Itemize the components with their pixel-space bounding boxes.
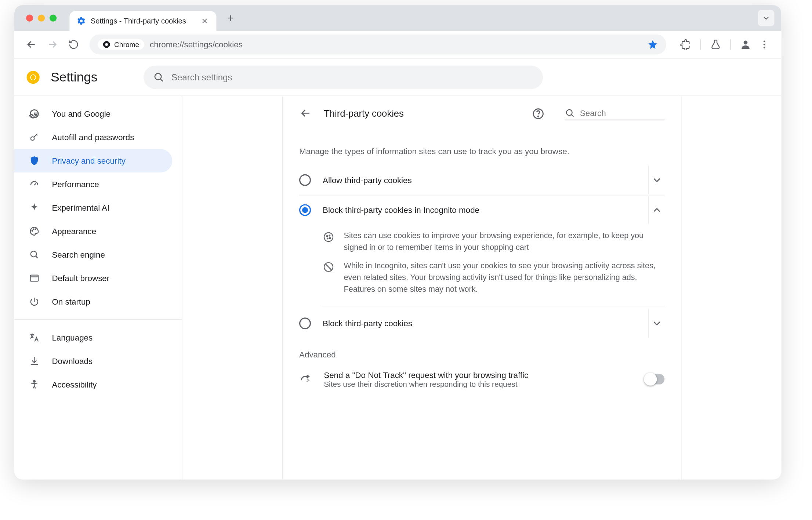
collapse-button[interactable]	[648, 196, 664, 224]
radio-button[interactable]	[299, 318, 311, 330]
page-title: Third-party cookies	[324, 109, 521, 119]
cookie-icon	[323, 231, 334, 243]
site-chip[interactable]: Chrome	[98, 39, 144, 50]
setting-texts: Send a "Do Not Track" request with your …	[324, 370, 633, 389]
arrow-redirect-icon	[299, 373, 312, 386]
detail-text: Sites can use cookies to improve your br…	[344, 230, 665, 254]
svg-point-21	[324, 233, 333, 241]
sparkle-icon	[28, 202, 40, 214]
reload-button[interactable]	[65, 36, 83, 53]
speedometer-icon	[28, 178, 40, 190]
svg-point-17	[33, 381, 35, 382]
option-detail-panel: Sites can use cookies to improve your br…	[323, 230, 664, 306]
bookmark-star-icon[interactable]	[648, 39, 658, 50]
extensions-button[interactable]	[677, 36, 695, 53]
expand-button[interactable]	[648, 166, 664, 194]
labs-button[interactable]	[707, 36, 724, 53]
do-not-track-row[interactable]: Send a "Do Not Track" request with your …	[299, 363, 664, 396]
option-block-incognito[interactable]: Block third-party cookies in Incognito m…	[299, 195, 664, 224]
svg-point-15	[31, 251, 37, 257]
search-icon	[153, 71, 164, 83]
radio-button[interactable]	[299, 204, 311, 216]
card-header: Third-party cookies	[299, 96, 664, 131]
sidebar-item-privacy-security[interactable]: Privacy and security	[14, 149, 172, 172]
svg-point-13	[33, 229, 34, 229]
svg-point-1	[105, 43, 108, 46]
settings-sidebar: You and Google Autofill and passwords Pr…	[14, 96, 182, 480]
svg-point-24	[327, 238, 328, 239]
divider	[730, 39, 731, 50]
do-not-track-toggle[interactable]	[645, 374, 664, 385]
search-icon	[565, 108, 575, 118]
sidebar-item-label: Privacy and security	[52, 156, 125, 166]
svg-point-4	[764, 44, 765, 46]
sidebar-item-label: You and Google	[52, 109, 110, 119]
option-label: Block third-party cookies in Incognito m…	[323, 205, 630, 215]
sidebar-item-label: On startup	[52, 297, 90, 306]
translate-icon	[28, 332, 40, 343]
svg-point-3	[764, 40, 765, 42]
new-tab-button[interactable]	[222, 10, 239, 26]
setting-title: Send a "Do Not Track" request with your …	[324, 370, 633, 380]
detail-item: While in Incognito, sites can't use your…	[323, 260, 664, 295]
radio-button[interactable]	[299, 174, 311, 186]
shield-icon	[28, 155, 40, 167]
help-button[interactable]	[532, 107, 545, 120]
divider	[700, 39, 701, 50]
maximize-window-button[interactable]	[50, 15, 57, 22]
key-icon	[28, 131, 40, 143]
back-button[interactable]	[22, 36, 40, 53]
menu-button[interactable]	[755, 36, 773, 53]
settings-main: Third-party cookies Manage the types of …	[182, 96, 782, 480]
divider	[14, 319, 182, 320]
sidebar-item-default-browser[interactable]: Default browser	[14, 266, 172, 290]
close-tab-button[interactable]	[200, 16, 210, 26]
sidebar-item-autofill[interactable]: Autofill and passwords	[14, 126, 172, 149]
browser-tab[interactable]: Settings - Third-party cookies	[69, 11, 216, 31]
window-controls	[26, 15, 57, 22]
in-page-search[interactable]	[565, 108, 664, 120]
tab-title: Settings - Third-party cookies	[91, 17, 195, 25]
block-icon	[323, 261, 334, 273]
browser-icon	[28, 272, 40, 284]
sidebar-item-you-and-google[interactable]: You and Google	[14, 102, 172, 126]
svg-point-11	[31, 137, 35, 141]
sidebar-item-experimental-ai[interactable]: Experimental AI	[14, 196, 172, 219]
back-button[interactable]	[299, 107, 313, 121]
sidebar-item-on-startup[interactable]: On startup	[14, 290, 172, 313]
option-label: Block third-party cookies	[323, 319, 630, 328]
svg-point-14	[35, 229, 36, 229]
search-settings-input[interactable]	[171, 72, 533, 82]
svg-point-12	[32, 230, 33, 231]
svg-point-2	[744, 41, 748, 45]
sidebar-item-downloads[interactable]: Downloads	[14, 349, 172, 373]
expand-button[interactable]	[648, 309, 664, 338]
browser-window: Settings - Third-party cookies	[14, 5, 782, 480]
option-allow-third-party[interactable]: Allow third-party cookies	[299, 166, 664, 195]
settings-title: Settings	[51, 69, 97, 85]
close-window-button[interactable]	[26, 15, 33, 22]
detail-text: While in Incognito, sites can't use your…	[344, 260, 665, 295]
in-page-search-input[interactable]	[580, 108, 650, 118]
tab-list-button[interactable]	[758, 10, 775, 26]
sidebar-item-label: Experimental AI	[52, 203, 109, 212]
forward-button[interactable]	[44, 36, 61, 53]
settings-card: Third-party cookies Manage the types of …	[282, 96, 682, 480]
option-label: Allow third-party cookies	[323, 175, 630, 185]
page-description: Manage the types of information sites ca…	[299, 147, 664, 156]
svg-point-22	[327, 236, 328, 237]
minimize-window-button[interactable]	[38, 15, 45, 22]
sidebar-item-accessibility[interactable]: Accessibility	[14, 373, 172, 396]
sidebar-item-label: Search engine	[52, 250, 105, 259]
search-settings-box[interactable]	[143, 65, 543, 89]
sidebar-item-search-engine[interactable]: Search engine	[14, 243, 172, 266]
svg-point-25	[330, 237, 331, 239]
sidebar-item-label: Performance	[52, 179, 99, 189]
sidebar-item-performance[interactable]: Performance	[14, 172, 172, 196]
sidebar-item-label: Downloads	[52, 356, 93, 366]
sidebar-item-appearance[interactable]: Appearance	[14, 219, 172, 243]
option-block-third-party[interactable]: Block third-party cookies	[299, 309, 664, 338]
sidebar-item-languages[interactable]: Languages	[14, 326, 172, 349]
address-bar[interactable]: Chrome chrome://settings/cookies	[90, 34, 666, 54]
profile-button[interactable]	[737, 36, 754, 53]
